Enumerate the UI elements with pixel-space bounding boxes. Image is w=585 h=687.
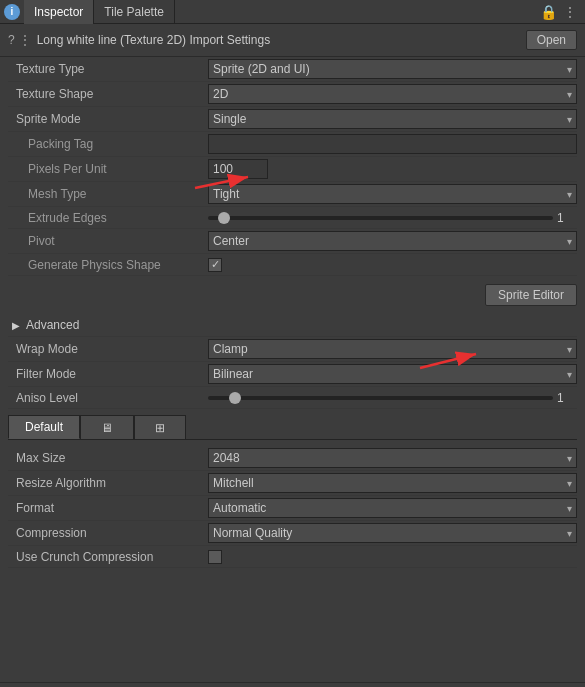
packing-tag-value[interactable]: [208, 134, 577, 154]
advanced-section-header[interactable]: ▶ Advanced: [8, 314, 577, 337]
texture-shape-label: Texture Shape: [8, 87, 208, 101]
aniso-level-value: 1: [557, 391, 577, 405]
grid-icon: ⊞: [155, 421, 165, 435]
pixels-per-unit-value[interactable]: [208, 159, 577, 179]
platform-tab-monitor[interactable]: 🖥: [80, 415, 134, 439]
aniso-level-row: Aniso Level 1: [8, 387, 577, 409]
mesh-type-label: Mesh Type: [8, 187, 208, 201]
tab-bar: i Inspector Tile Palette 🔒 ⋮: [0, 0, 585, 24]
texture-type-row: Texture Type Sprite (2D and UI) ▾: [8, 57, 577, 82]
max-size-row: Max Size 2048 ▾: [8, 446, 577, 471]
platform-tab-default[interactable]: Default: [8, 415, 80, 439]
format-dropdown[interactable]: Automatic ▾: [208, 498, 577, 518]
compression-dropdown[interactable]: Normal Quality ▾: [208, 523, 577, 543]
chevron-down-icon: ▾: [567, 236, 572, 247]
format-value[interactable]: Automatic ▾: [208, 498, 577, 518]
generate-physics-shape-row: Generate Physics Shape: [8, 254, 577, 276]
tab-inspector[interactable]: Inspector: [24, 0, 94, 24]
pivot-label: Pivot: [8, 234, 208, 248]
generate-physics-shape-value: [208, 258, 577, 272]
aniso-level-slider[interactable]: [208, 396, 553, 400]
collapse-triangle-icon: ▶: [12, 320, 20, 331]
page-title: Long white line (Texture 2D) Import Sett…: [37, 33, 526, 47]
aniso-level-slider-container: 1: [208, 391, 577, 405]
resize-algorithm-dropdown[interactable]: Mitchell ▾: [208, 473, 577, 493]
footer-row: Revert Apply: [0, 682, 585, 687]
compression-row: Compression Normal Quality ▾: [8, 521, 577, 546]
max-size-value[interactable]: 2048 ▾: [208, 448, 577, 468]
format-row: Format Automatic ▾: [8, 496, 577, 521]
menu-icon[interactable]: ⋮: [563, 4, 577, 20]
format-label: Format: [8, 501, 208, 515]
crunch-compression-value: [208, 550, 577, 564]
crunch-compression-row: Use Crunch Compression: [8, 546, 577, 568]
max-size-dropdown[interactable]: 2048 ▾: [208, 448, 577, 468]
advanced-section-label: Advanced: [26, 318, 79, 332]
packing-tag-row: Packing Tag: [8, 132, 577, 157]
extrude-edges-row: Extrude Edges 1: [8, 207, 577, 229]
help-icon[interactable]: ?: [8, 33, 15, 47]
sprite-mode-value[interactable]: Single ▾: [208, 109, 577, 129]
platform-tab-grid[interactable]: ⊞: [134, 415, 186, 439]
wrap-mode-label: Wrap Mode: [8, 342, 208, 356]
crunch-compression-label: Use Crunch Compression: [8, 550, 208, 564]
packing-tag-input[interactable]: [208, 134, 577, 154]
mesh-type-row: Mesh Type Tight ▾: [8, 182, 577, 207]
chevron-down-icon: ▾: [567, 478, 572, 489]
texture-shape-value[interactable]: 2D ▾: [208, 84, 577, 104]
extrude-edges-slider-container: 1: [208, 211, 577, 225]
mesh-type-dropdown[interactable]: Tight ▾: [208, 184, 577, 204]
sprite-editor-row: Sprite Editor: [8, 276, 577, 314]
pixels-per-unit-row: Pixels Per Unit: [8, 157, 577, 182]
chevron-down-icon: ▾: [567, 189, 572, 200]
wrap-mode-row: Wrap Mode Clamp ▾: [8, 337, 577, 362]
texture-shape-row: Texture Shape 2D ▾: [8, 82, 577, 107]
extrude-edges-label: Extrude Edges: [8, 211, 208, 225]
aniso-level-label: Aniso Level: [8, 391, 208, 405]
pixels-per-unit-input[interactable]: [208, 159, 268, 179]
chevron-down-icon: ▾: [567, 344, 572, 355]
texture-shape-dropdown[interactable]: 2D ▾: [208, 84, 577, 104]
open-button[interactable]: Open: [526, 30, 577, 50]
crunch-compression-checkbox[interactable]: [208, 550, 222, 564]
compression-label: Compression: [8, 526, 208, 540]
filter-mode-label: Filter Mode: [8, 367, 208, 381]
lock-icon[interactable]: 🔒: [540, 4, 557, 20]
mesh-type-value[interactable]: Tight ▾: [208, 184, 577, 204]
compression-value[interactable]: Normal Quality ▾: [208, 523, 577, 543]
extrude-edges-value: 1: [557, 211, 577, 225]
chevron-down-icon: ▾: [567, 369, 572, 380]
sprite-mode-label: Sprite Mode: [8, 112, 208, 126]
header-row: ? ⋮ Long white line (Texture 2D) Import …: [0, 24, 585, 57]
chevron-down-icon: ▾: [567, 528, 572, 539]
sprite-mode-row: Sprite Mode Single ▾: [8, 107, 577, 132]
resize-algorithm-row: Resize Algorithm Mitchell ▾: [8, 471, 577, 496]
pixels-per-unit-label: Pixels Per Unit: [8, 162, 208, 176]
max-size-label: Max Size: [8, 451, 208, 465]
wrap-mode-dropdown[interactable]: Clamp ▾: [208, 339, 577, 359]
filter-mode-dropdown[interactable]: Bilinear ▾: [208, 364, 577, 384]
sprite-editor-button[interactable]: Sprite Editor: [485, 284, 577, 306]
texture-type-value[interactable]: Sprite (2D and UI) ▾: [208, 59, 577, 79]
texture-type-label: Texture Type: [8, 62, 208, 76]
filter-mode-row: Filter Mode Bilinear ▾: [8, 362, 577, 387]
extrude-edges-slider[interactable]: [208, 216, 553, 220]
info-icon: i: [4, 4, 20, 20]
wrap-mode-value[interactable]: Clamp ▾: [208, 339, 577, 359]
sprite-mode-dropdown[interactable]: Single ▾: [208, 109, 577, 129]
chevron-down-icon: ▾: [567, 114, 572, 125]
resize-algorithm-label: Resize Algorithm: [8, 476, 208, 490]
generate-physics-shape-checkbox[interactable]: [208, 258, 222, 272]
chevron-down-icon: ▾: [567, 503, 572, 514]
tab-tile-palette[interactable]: Tile Palette: [94, 0, 175, 24]
chevron-down-icon: ▾: [567, 64, 572, 75]
filter-mode-value[interactable]: Bilinear ▾: [208, 364, 577, 384]
pivot-row: Pivot Center ▾: [8, 229, 577, 254]
chevron-down-icon: ▾: [567, 89, 572, 100]
resize-algorithm-value[interactable]: Mitchell ▾: [208, 473, 577, 493]
inspector-content: Texture Type Sprite (2D and UI) ▾ Textur…: [0, 57, 585, 682]
expand-icon[interactable]: ⋮: [19, 33, 31, 47]
pivot-value[interactable]: Center ▾: [208, 231, 577, 251]
pivot-dropdown[interactable]: Center ▾: [208, 231, 577, 251]
texture-type-dropdown[interactable]: Sprite (2D and UI) ▾: [208, 59, 577, 79]
